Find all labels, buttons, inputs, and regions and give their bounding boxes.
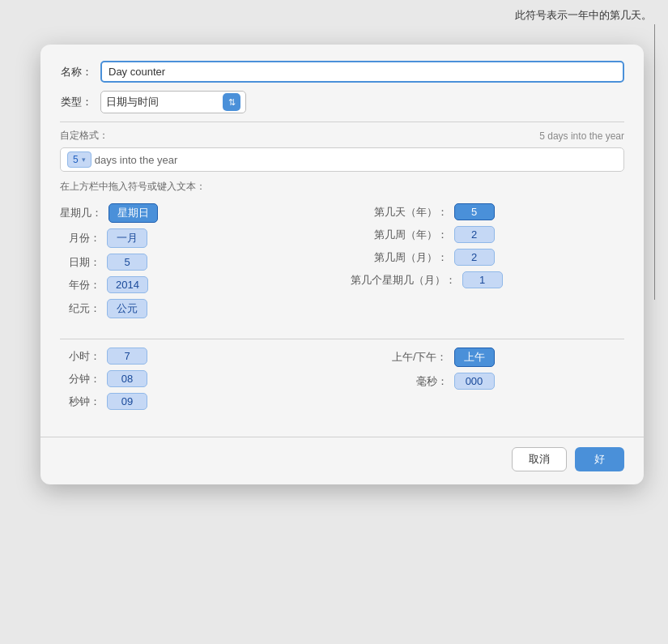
tooltip-line: [654, 24, 655, 300]
time-symbols-right-col: 上午/下午： 上午 毫秒： 000: [351, 348, 625, 416]
symbol-day-label: 日期：: [60, 255, 100, 270]
type-select[interactable]: 日期与时间 ⇅: [100, 91, 246, 113]
symbol-row-week-of-month: 第几周（月）： 2: [351, 249, 625, 266]
ok-button[interactable]: 好: [575, 447, 624, 471]
symbol-row-minute: 分钟： 08: [60, 370, 334, 387]
name-label: 名称：: [60, 65, 92, 79]
symbol-weekday-label: 星期几：: [60, 206, 102, 220]
dialog-footer: 取消 好: [40, 437, 644, 484]
symbol-hour-label: 小时：: [60, 349, 100, 364]
symbol-era-label: 纪元：: [60, 301, 100, 316]
format-suffix-text: days into the year: [95, 154, 178, 166]
symbol-nth-weekday-badge[interactable]: 1: [462, 271, 503, 288]
symbol-nth-weekday-label: 第几个星期几（月）：: [351, 273, 456, 288]
symbol-row-nth-weekday: 第几个星期几（月）： 1: [351, 271, 625, 288]
type-select-text: 日期与时间: [106, 95, 223, 109]
symbol-row-second: 秒钟： 09: [60, 393, 334, 410]
symbol-week-of-month-badge[interactable]: 2: [454, 249, 495, 266]
format-token[interactable]: 5 ▾: [67, 151, 91, 168]
drag-instruction: 在上方栏中拖入符号或键入文本：: [60, 180, 624, 194]
symbol-day-of-year-badge[interactable]: 5: [454, 203, 495, 220]
symbols-section: 星期几： 星期日 月份： 一月 日期： 5 年份： 2014: [60, 203, 624, 332]
symbol-row-era: 纪元： 公元: [60, 299, 334, 318]
custom-format-label: 自定格式：: [60, 129, 108, 143]
symbol-millisecond-badge[interactable]: 000: [454, 373, 495, 390]
divider-2: [60, 339, 624, 339]
format-token-value: 5: [73, 154, 79, 165]
symbol-row-week-of-year: 第几周（年）： 2: [351, 226, 625, 243]
symbol-row-day: 日期： 5: [60, 254, 334, 271]
custom-format-preview: 5 days into the year: [539, 130, 624, 142]
type-select-arrow-icon: ⇅: [223, 93, 240, 111]
symbol-row-ampm: 上午/下午： 上午: [351, 348, 625, 367]
symbol-week-of-month-label: 第几周（月）：: [351, 250, 448, 265]
dialog: 名称： 类型： 日期与时间 ⇅ 自定格式： 5 days into the ye…: [40, 45, 644, 484]
symbol-year-label: 年份：: [60, 278, 100, 292]
symbol-week-of-year-badge[interactable]: 2: [454, 226, 495, 243]
cancel-button[interactable]: 取消: [512, 447, 567, 471]
symbol-row-weekday: 星期几： 星期日: [60, 203, 334, 223]
symbol-minute-badge[interactable]: 08: [107, 370, 147, 387]
symbol-row-hour: 小时： 7: [60, 348, 334, 365]
symbols-left-col: 星期几： 星期日 月份： 一月 日期： 5 年份： 2014: [60, 203, 334, 324]
symbols-right-col: 第几天（年）： 5 第几周（年）： 2 第几周（月）： 2 第几个星期几（月）：…: [351, 203, 625, 324]
symbol-row-millisecond: 毫秒： 000: [351, 373, 625, 390]
symbol-row-year: 年份： 2014: [60, 276, 334, 293]
name-row: 名称：: [60, 61, 624, 83]
symbol-hour-badge[interactable]: 7: [107, 348, 147, 365]
format-token-chevron-icon: ▾: [82, 156, 86, 164]
symbol-ampm-badge[interactable]: 上午: [454, 348, 495, 367]
symbol-millisecond-label: 毫秒：: [351, 374, 448, 389]
symbol-row-month: 月份： 一月: [60, 228, 334, 248]
symbol-day-of-year-label: 第几天（年）：: [351, 205, 448, 220]
symbol-era-badge[interactable]: 公元: [107, 299, 147, 318]
symbol-second-badge[interactable]: 09: [107, 393, 147, 410]
symbol-row-day-of-year: 第几天（年）： 5: [351, 203, 625, 220]
tooltip-text: 此符号表示一年中的第几天。: [515, 8, 652, 23]
symbol-day-badge[interactable]: 5: [107, 254, 147, 271]
symbol-ampm-label: 上午/下午：: [351, 350, 448, 365]
divider-1: [60, 122, 624, 122]
type-row: 类型： 日期与时间 ⇅: [60, 91, 624, 113]
time-symbols-section: 小时： 7 分钟： 08 秒钟： 09 上午/下午：: [60, 348, 624, 424]
symbol-minute-label: 分钟：: [60, 372, 100, 386]
name-input[interactable]: [100, 61, 624, 83]
format-bar[interactable]: 5 ▾ days into the year: [60, 147, 624, 172]
symbol-month-badge[interactable]: 一月: [107, 228, 147, 248]
symbol-week-of-year-label: 第几周（年）：: [351, 228, 448, 242]
symbol-weekday-badge[interactable]: 星期日: [108, 203, 158, 223]
time-symbols-left-col: 小时： 7 分钟： 08 秒钟： 09: [60, 348, 334, 416]
custom-format-header: 自定格式： 5 days into the year: [60, 129, 624, 143]
type-label: 类型：: [60, 95, 92, 109]
symbol-year-badge[interactable]: 2014: [107, 276, 148, 293]
symbol-month-label: 月份：: [60, 231, 100, 245]
symbol-second-label: 秒钟：: [60, 395, 100, 409]
